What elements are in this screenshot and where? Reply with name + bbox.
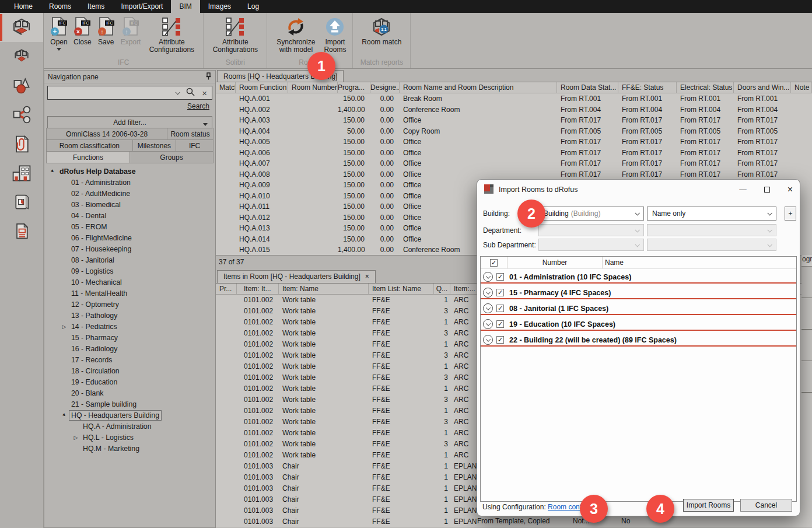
items-in-room-module-icon[interactable] <box>0 42 43 71</box>
tree-item-label[interactable]: 18 - Circulation <box>69 366 122 376</box>
tree-item[interactable]: HQ.L - Logistics <box>44 432 215 443</box>
rooms-column-header[interactable]: Progra... <box>338 82 370 93</box>
menu-item[interactable]: Log <box>239 0 267 13</box>
rooms-table-row[interactable]: HQ.A.003 150.00 0.00 Office From RT.017 … <box>216 115 812 126</box>
tree-item[interactable]: HQ - Headquarters Building <box>44 410 215 421</box>
minimize-icon[interactable]: — <box>739 186 747 194</box>
import-group-row[interactable]: ✓ 19 - Education (10 IFC Spaces) <box>481 316 796 332</box>
tree-item-label[interactable]: dRofus Help Database <box>57 166 138 177</box>
menu-item[interactable]: Rooms <box>41 0 79 13</box>
tree-item-label[interactable]: 06 - FlightMedicine <box>69 233 134 243</box>
search-input[interactable] <box>48 86 176 99</box>
tree-item-label[interactable]: 12 - Optometry <box>69 299 121 310</box>
group-checkbox[interactable]: ✓ <box>496 289 504 296</box>
tree-item[interactable]: 09 - Logistics <box>44 265 215 277</box>
tree-item-label[interactable]: HQ.M - Marketing <box>80 443 142 454</box>
tree-item[interactable]: 07 - Housekeeping <box>44 243 215 254</box>
room-match-button[interactable]: 1:1 Room match <box>356 14 407 47</box>
buildings-module-icon[interactable] <box>0 159 43 188</box>
rooms-table-row[interactable]: HQ.A.008 150.00 0.00 Office From RT.017 … <box>216 169 812 180</box>
search-clear-icon[interactable]: × <box>202 88 207 98</box>
rooms-column-header[interactable]: Note <box>791 82 812 93</box>
rooms-table-row[interactable]: HQ.A.004 50.00 0.00 Copy Room From RT.00… <box>216 126 812 137</box>
tree-item-label[interactable]: 11 - MentalHealth <box>69 288 130 299</box>
tree-item[interactable]: 10 - Mechanical <box>44 277 215 288</box>
rooms-column-header[interactable]: Room Name and Room Description <box>400 82 557 93</box>
nav-filter-tab[interactable]: Functions <box>46 151 130 163</box>
tree-item[interactable]: HQ.M - Marketing <box>44 443 215 454</box>
tree-item-label[interactable]: 17 - Records <box>69 355 114 365</box>
rooms-table-row[interactable]: HQ.A.007 150.00 0.00 Office From RT.017 … <box>216 158 812 169</box>
import-group-row[interactable]: ✓ 22 - Building 22 (will be created) (89… <box>481 332 796 348</box>
attribute-configurations-ifc-button[interactable]: Attribute Configurations <box>144 14 200 55</box>
tree-item[interactable]: 03 - Biomedical <box>44 199 215 210</box>
add-mapping-button[interactable]: + <box>785 207 796 221</box>
menu-item[interactable]: BIM <box>171 0 200 13</box>
tree-item-label[interactable]: HQ.A - Administration <box>80 421 154 432</box>
tree-item-label[interactable]: 20 - Blank <box>69 388 106 398</box>
expand-group-chevron-icon[interactable] <box>483 335 493 345</box>
tree-item[interactable]: 19 - Education <box>44 376 215 387</box>
tree-item[interactable]: 13 - Pathology <box>44 310 215 321</box>
tree-item[interactable]: 17 - Records <box>44 354 215 365</box>
rooms-column-header[interactable]: Designe... <box>370 82 400 93</box>
items-column-header[interactable]: Pr... <box>216 284 237 294</box>
reports-module-icon[interactable] <box>0 217 43 246</box>
import-group-row[interactable]: ✓ 01 - Administration (10 IFC Spaces) <box>481 269 796 285</box>
tree-expander-icon[interactable] <box>60 412 69 418</box>
search-options-chevron-icon[interactable] <box>176 90 180 95</box>
tree-item[interactable]: HQ.A - Administration <box>44 421 215 432</box>
tree-item[interactable]: 06 - FlightMedicine <box>44 232 215 243</box>
tree-item-label[interactable]: HQ - Headquarters Building <box>69 410 162 421</box>
tree-item-label[interactable]: 14 - Pediatrics <box>69 321 120 332</box>
search-link[interactable]: Search <box>44 100 215 111</box>
tree-item-label[interactable]: 04 - Dental <box>69 211 108 221</box>
menu-item[interactable]: Home <box>6 0 41 13</box>
tree-item[interactable]: 02 - AdultMedicine <box>44 188 215 199</box>
import-rooms-confirm-button[interactable]: Import Rooms <box>683 499 734 512</box>
nav-filter-tab[interactable]: Milestones <box>132 139 176 152</box>
tree-item-label[interactable]: 19 - Education <box>69 377 120 387</box>
number-column-header[interactable]: Number <box>508 257 603 268</box>
rooms-column-header[interactable]: Room Function # <box>236 82 288 93</box>
tree-item-label[interactable]: 15 - Pharmacy <box>69 333 120 343</box>
import-group-row[interactable]: ✓ 15 - Pharmacy (4 IFC Spaces) <box>481 285 796 300</box>
tree-item-label[interactable]: 16 - Radiology <box>69 344 120 354</box>
expand-group-chevron-icon[interactable] <box>483 272 493 282</box>
cancel-button[interactable]: Cancel <box>740 499 792 512</box>
maximize-icon[interactable] <box>764 187 770 193</box>
tree-item[interactable]: 15 - Pharmacy <box>44 332 215 343</box>
nav-filter-tab[interactable]: Room status <box>167 128 214 140</box>
search-icon[interactable] <box>186 88 195 98</box>
tree-item[interactable]: 18 - Circulation <box>44 365 215 376</box>
expand-group-chevron-icon[interactable] <box>483 303 493 313</box>
tree-item[interactable]: dRofus Help Database <box>44 166 215 177</box>
tree-item-label[interactable]: 03 - Biomedical <box>69 200 123 210</box>
nav-filter-tab[interactable]: Groups <box>130 151 214 163</box>
building-level-select[interactable]: Building (Building) <box>538 207 644 221</box>
rooms-table-row[interactable]: HQ.A.005 150.00 0.00 Office From RT.017 … <box>216 137 812 148</box>
pin-icon[interactable] <box>205 72 212 82</box>
tree-item-label[interactable]: 08 - Janitorial <box>69 255 117 265</box>
rooms-column-header[interactable]: Electrical: Status <box>677 82 734 93</box>
tree-item-label[interactable]: 21 - Sample building <box>69 399 139 410</box>
rooms-table-row[interactable]: HQ.A.002 1,400.00 0.00 Conference Room F… <box>216 104 812 116</box>
expand-group-chevron-icon[interactable] <box>483 319 493 329</box>
tree-item-label[interactable]: 05 - EROM <box>69 222 110 232</box>
rooms-table-row[interactable]: HQ.A.001 150.00 0.00 Break Room From RT.… <box>216 93 812 104</box>
add-filter-dropdown[interactable]: Add filter... <box>47 116 212 128</box>
select-all-checkbox[interactable]: ✓ <box>490 259 498 267</box>
rooms-column-header[interactable]: Room Number <box>288 82 338 93</box>
rooms-column-header[interactable]: Match <box>216 82 236 93</box>
tree-item[interactable]: 11 - MentalHealth <box>44 288 215 299</box>
close-icon[interactable]: × <box>788 184 793 195</box>
save-button[interactable]: IFC↑ Save <box>94 14 118 47</box>
tree-expander-icon[interactable] <box>48 169 57 174</box>
tree-item-label[interactable]: HQ.L - Logistics <box>80 432 136 443</box>
tree-item-label[interactable]: 09 - Logistics <box>69 266 116 277</box>
open-dropdown-caret[interactable] <box>57 48 61 51</box>
nav-filter-tab[interactable]: Room classification <box>46 139 133 152</box>
group-checkbox[interactable]: ✓ <box>496 320 504 328</box>
open-button[interactable]: IFC+ Open <box>47 14 71 52</box>
tree-expander-icon[interactable] <box>60 324 69 330</box>
